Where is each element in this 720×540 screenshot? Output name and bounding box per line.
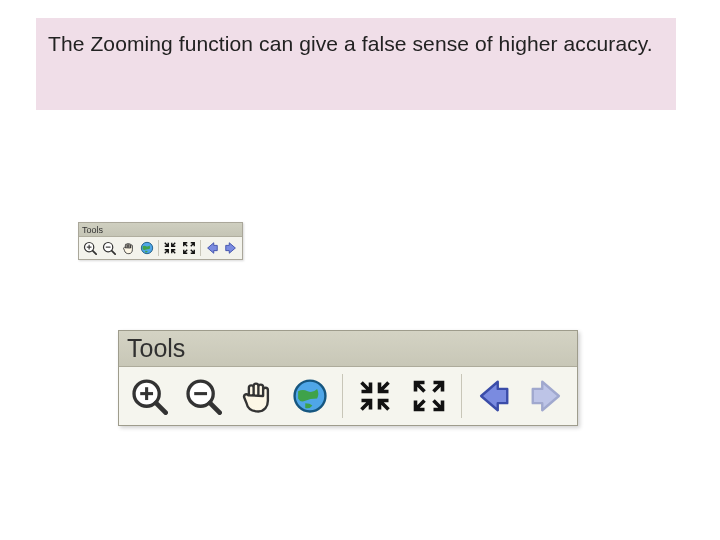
toolbar-titlebar: Tools [119, 331, 577, 367]
back-button[interactable] [472, 374, 516, 418]
toolbar-buttons-row [79, 237, 242, 259]
arrows-in-icon [357, 378, 393, 414]
hand-icon [121, 241, 135, 255]
caption-text: The Zooming function can give a false se… [48, 32, 653, 56]
zoom-full-button[interactable] [407, 374, 451, 418]
globe-icon [140, 241, 154, 255]
globe-icon [291, 377, 329, 415]
toolbar-title: Tools [127, 334, 185, 363]
toolbar-title: Tools [82, 225, 103, 235]
zoom-out-button[interactable] [101, 240, 117, 256]
zoom-to-selection-button[interactable] [353, 374, 397, 418]
caption-panel: The Zooming function can give a false se… [36, 18, 676, 110]
arrow-right-icon [528, 377, 566, 415]
zoom-out-icon [184, 377, 222, 415]
arrows-out-icon [411, 378, 447, 414]
tools-toolbar-large: Tools [118, 330, 578, 426]
toolbar-separator [461, 374, 462, 418]
zoom-in-button[interactable] [82, 240, 98, 256]
zoom-full-button[interactable] [181, 240, 197, 256]
arrows-in-icon [163, 241, 177, 255]
zoom-in-button[interactable] [127, 374, 171, 418]
hand-icon [237, 377, 275, 415]
forward-button[interactable] [525, 374, 569, 418]
full-extent-button[interactable] [288, 374, 332, 418]
zoom-out-button[interactable] [181, 374, 225, 418]
pan-button[interactable] [235, 374, 279, 418]
back-button[interactable] [204, 240, 220, 256]
zoom-in-icon [130, 377, 168, 415]
zoom-out-icon [102, 241, 116, 255]
toolbar-titlebar: Tools [79, 223, 242, 237]
arrow-left-icon [474, 377, 512, 415]
toolbar-separator [158, 240, 159, 256]
pan-button[interactable] [120, 240, 136, 256]
forward-button[interactable] [223, 240, 239, 256]
toolbar-separator [342, 374, 343, 418]
full-extent-button[interactable] [139, 240, 155, 256]
tools-toolbar-small: Tools [78, 222, 243, 260]
toolbar-buttons-row [119, 367, 577, 425]
arrow-left-icon [205, 241, 219, 255]
zoom-to-selection-button[interactable] [162, 240, 178, 256]
zoom-in-icon [83, 241, 97, 255]
toolbar-separator [200, 240, 201, 256]
arrows-out-icon [182, 241, 196, 255]
arrow-right-icon [224, 241, 238, 255]
